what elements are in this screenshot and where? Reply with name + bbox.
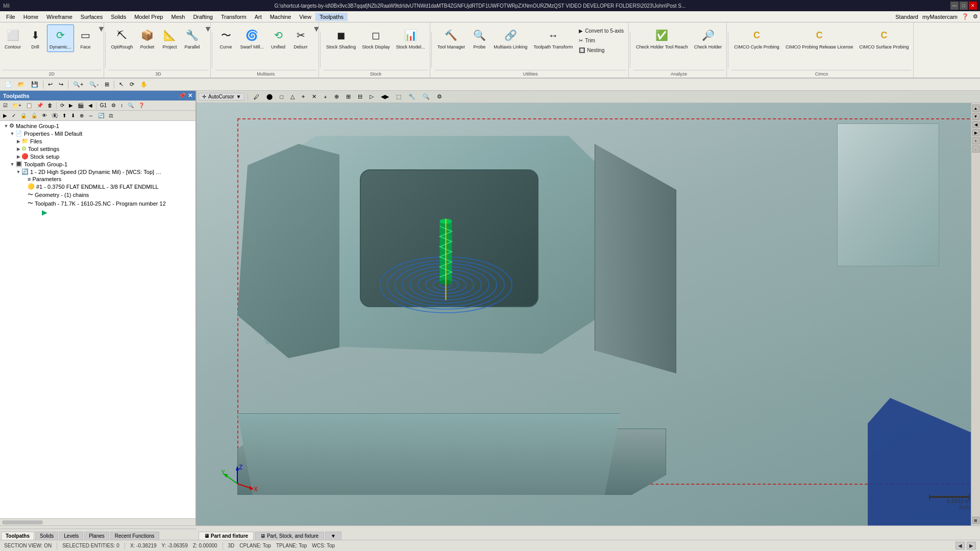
status-z[interactable]: Z: 0.00000 xyxy=(193,543,217,548)
vp-btn-13[interactable]: ⬚ xyxy=(394,92,404,102)
expand-machine[interactable]: ▼ xyxy=(3,123,9,129)
2d-expand-arrow[interactable]: ▼ xyxy=(97,24,102,34)
lp-new-group[interactable]: 📁+ xyxy=(10,102,23,109)
optirough-button[interactable]: ⛏ OptiRough xyxy=(109,24,136,52)
lp-verify[interactable]: ▶ xyxy=(67,102,75,109)
rp-btn-2[interactable]: ▼ xyxy=(972,113,979,120)
bottom-tab-planes[interactable]: Planes xyxy=(84,532,109,540)
zoom-out-button[interactable]: 🔍- xyxy=(87,80,101,89)
rp-btn-3[interactable]: ◀ xyxy=(972,121,979,128)
multiaxis-linking-button[interactable]: 🔗 Multiaxis Linking xyxy=(491,24,530,52)
save-button[interactable]: 💾 xyxy=(29,80,41,89)
vp-btn-2[interactable]: ⬤ xyxy=(264,92,275,102)
lp-help[interactable]: ❓ xyxy=(136,102,146,109)
autocursor-button[interactable]: ✛ AutoCursor ▼ xyxy=(199,93,244,101)
cimco-cycle-probing-button[interactable]: C CIMCO Cycle Probing xyxy=(731,24,782,52)
tree-parameters[interactable]: ≡ Parameters xyxy=(1,176,194,183)
zoom-fit-button[interactable]: ⊞ xyxy=(102,80,112,89)
lp-btn-merge[interactable]: ⊕ xyxy=(78,112,86,119)
dynamic-button[interactable]: ⟳ Dynamic... xyxy=(47,24,74,52)
face-button[interactable]: ▭ Face xyxy=(75,24,96,52)
expand-toolpath-group[interactable]: ▼ xyxy=(9,162,15,167)
tree-toolpath-1[interactable]: ▼ 🔄 1 - 2D High Speed (2D Dynamic Mil) -… xyxy=(1,168,194,176)
lp-btn-compare[interactable]: ⚖ xyxy=(107,112,115,119)
open-button[interactable]: 📂 xyxy=(15,80,28,89)
tree-machine-group[interactable]: ▼ ⚙ Machine Group-1 xyxy=(1,122,194,130)
deburr-button[interactable]: ✂ Deburr xyxy=(290,24,311,52)
zoom-in-button[interactable]: 🔍+ xyxy=(70,80,86,89)
h-scrollbar-thumb[interactable] xyxy=(2,520,43,524)
rp-btn-7[interactable]: ⊞ xyxy=(972,517,979,524)
menu-mesh[interactable]: Mesh xyxy=(167,13,189,21)
menu-surfaces[interactable]: Surfaces xyxy=(77,13,107,21)
curve-button[interactable]: 〜 Curve xyxy=(215,24,237,52)
stock-shading-button[interactable]: ◼ Stock Shading xyxy=(324,24,358,52)
lp-btn-hide[interactable]: 👁 xyxy=(40,112,49,119)
menu-transform[interactable]: Transform xyxy=(217,13,251,21)
new-button[interactable]: 📄 xyxy=(2,80,14,89)
lp-btn-show[interactable]: 👁‍🗨 xyxy=(50,112,60,119)
status-wcs[interactable]: WCS: Top xyxy=(312,543,335,548)
help-icon[interactable]: ❓ xyxy=(962,13,969,20)
view-tab-part-stock[interactable]: 🖥 Part, Stock, and fixture xyxy=(255,532,324,540)
convert-to-5axis-button[interactable]: ▶ Convert to 5-axis xyxy=(576,27,626,35)
vp-btn-8[interactable]: ⊕ xyxy=(332,92,341,102)
expand-toolpath-1[interactable]: ▼ xyxy=(15,169,21,174)
vp-btn-16[interactable]: ⚙ xyxy=(434,92,445,102)
status-btn-1[interactable]: ◀ xyxy=(955,542,965,549)
expand-stock[interactable]: ▶ xyxy=(15,154,21,159)
vp-btn-4[interactable]: △ xyxy=(288,92,297,102)
menu-toolpaths[interactable]: Toolpaths xyxy=(315,13,348,21)
expand-files[interactable]: ▶ xyxy=(15,139,21,144)
menu-drafting[interactable]: Drafting xyxy=(189,13,217,21)
project-button[interactable]: 📐 Project xyxy=(159,24,181,52)
h-scrollbar[interactable] xyxy=(0,518,195,525)
probe-button[interactable]: 🔍 Probe xyxy=(469,24,490,52)
tree-files[interactable]: ▶ 📁 Files xyxy=(1,137,194,145)
lp-sort[interactable]: ↕ xyxy=(118,102,125,109)
lp-filter[interactable]: 🔍 xyxy=(126,102,136,109)
lp-regenerate[interactable]: ⟳ xyxy=(58,102,66,109)
vp-btn-6[interactable]: ✕ xyxy=(309,92,319,102)
expand-properties[interactable]: ▼ xyxy=(9,131,15,136)
menu-art[interactable]: Art xyxy=(251,13,266,21)
play-icon[interactable]: ▶ xyxy=(42,208,47,216)
stock-model-button[interactable]: 📊 Stock Model... xyxy=(394,24,428,52)
toolpath-transform-button[interactable]: ↔ Toolpath Transform xyxy=(531,24,575,52)
lp-paste[interactable]: 📌 xyxy=(35,102,45,109)
menu-solids[interactable]: Solids xyxy=(107,13,130,21)
parallel-button[interactable]: 🔧 Parallel xyxy=(182,24,203,52)
vp-btn-5[interactable]: ⌖ xyxy=(299,92,307,102)
stock-display-button[interactable]: ◻ Stock Display xyxy=(359,24,393,52)
lp-btn-move[interactable]: ↔ xyxy=(86,112,95,119)
lp-post[interactable]: G1 xyxy=(98,102,109,109)
contour-button[interactable]: ⬜ Contour xyxy=(2,24,23,52)
check-holder-tool-reach-button[interactable]: ✅ Check Holder Tool Reach xyxy=(633,24,691,52)
menu-view[interactable]: View xyxy=(295,13,315,21)
check-holder-button[interactable]: 🔎 Check Holder xyxy=(692,24,725,52)
lp-btn-transform[interactable]: 🔄 xyxy=(96,112,106,119)
vp-btn-3[interactable]: □ xyxy=(277,92,286,102)
menu-model-prep[interactable]: Model Prep xyxy=(130,13,167,21)
bottom-tab-toolpaths[interactable]: Toolpaths xyxy=(1,532,34,540)
status-cplane[interactable]: CPLANE: Top xyxy=(239,543,271,548)
minimize-button[interactable]: — xyxy=(950,2,959,10)
status-mode[interactable]: 3D xyxy=(228,543,235,548)
rp-btn-1[interactable]: ▲ xyxy=(972,105,979,112)
pocket-button[interactable]: 📦 Pocket xyxy=(137,24,158,52)
tree-toolpath-group[interactable]: ▼ 🔳 Toolpath Group-1 xyxy=(1,160,194,168)
lp-btn-arrow-down[interactable]: ⬇ xyxy=(69,112,77,119)
lp-btn-check[interactable]: ✓ xyxy=(10,112,18,119)
vp-btn-9[interactable]: ⊞ xyxy=(344,92,353,102)
left-panel-close-button[interactable]: ✕ xyxy=(188,92,192,99)
vp-btn-1[interactable]: 🖊 xyxy=(251,92,262,102)
menu-home[interactable]: Home xyxy=(19,13,42,21)
viewport-3d-content[interactable]: Z Y X 0.6 xyxy=(197,103,980,525)
cimco-probing-release-button[interactable]: C CIMCO Probing Release License xyxy=(783,24,856,52)
settings-icon[interactable]: ⚙ xyxy=(973,13,978,20)
cimco-surface-probing-button[interactable]: C CIMCO Surface Probing xyxy=(856,24,911,52)
maximize-button[interactable]: □ xyxy=(960,2,968,10)
tree-geometry[interactable]: 〜 Geometry - (1) chains xyxy=(1,190,194,199)
menu-file[interactable]: File xyxy=(2,13,19,21)
view-tab-part-fixture[interactable]: 🖥 Part and fixture xyxy=(199,532,254,540)
